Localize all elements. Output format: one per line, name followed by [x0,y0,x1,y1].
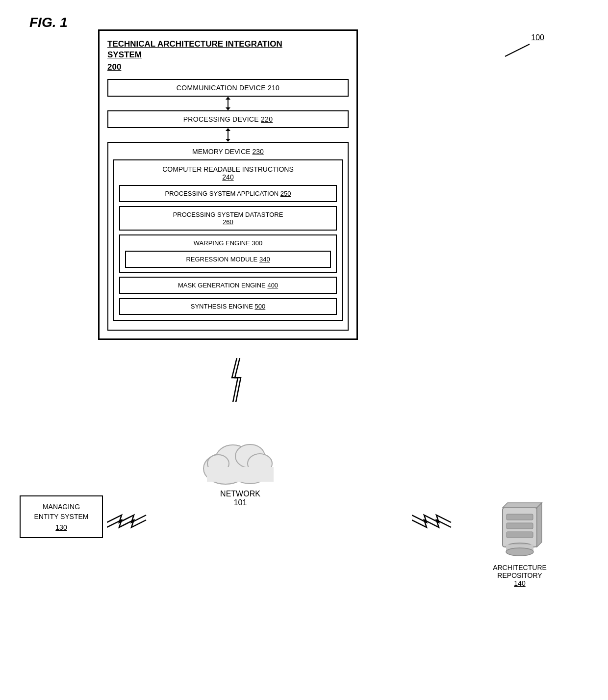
arrow-proc-mem [107,128,349,142]
processing-system-app-box: PROCESSING SYSTEM APPLICATION 250 [119,185,337,202]
ref-100-arrow [500,39,539,59]
processing-system-datastore-box: PROCESSING SYSTEM DATASTORE 260 [119,206,337,231]
svg-rect-17 [507,532,533,538]
cri-box: COMPUTER READABLE INSTRUCTIONS 240 PROCE… [113,159,343,321]
mask-generation-engine-box: MASK GENERATION ENGINE 400 [119,277,337,294]
network-cloud-container: NETWORK 101 [186,432,294,507]
comm-device-number: 210 [268,84,279,92]
arch-repo-container: ARCHITECTURE REPOSITORY 140 [471,500,569,587]
svg-rect-13 [207,467,274,482]
communication-device-box: COMMUNICATION DEVICE 210 [107,79,349,97]
svg-marker-6 [226,139,230,142]
page: FIG. 1 100 TECHNICAL ARCHITECTURE INTEGR… [0,0,608,700]
network-label: NETWORK 101 [186,490,294,507]
svg-marker-5 [226,128,230,131]
proc-device-label: PROCESSING DEVICE [183,115,259,123]
memory-device-outer: MEMORY DEVICE 230 COMPUTER READABLE INST… [107,142,349,331]
system-number: 200 [107,62,349,72]
lightning-top-icon [223,358,248,402]
arrow-comm-proc [107,97,349,110]
system-title: TECHNICAL ARCHITECTURE INTEGRATION SYSTE… [107,39,349,60]
svg-line-0 [505,44,530,56]
arch-repo-label: ARCHITECTURE REPOSITORY 140 [471,564,569,587]
svg-point-20 [506,548,533,556]
comm-device-label: COMMUNICATION DEVICE [177,84,266,92]
cloud-icon [196,432,284,486]
regression-module-box: REGRESSION MODULE 340 [125,251,331,268]
warping-engine-box: WARPING ENGINE 300 REGRESSION MODULE 340 [119,234,337,273]
server-icon [493,500,547,559]
svg-rect-15 [507,514,533,520]
memory-label: MEMORY DEVICE 230 [113,148,343,156]
svg-marker-21 [503,503,542,508]
svg-marker-22 [537,503,542,547]
synthesis-engine-box: SYNTHESIS ENGINE 500 [119,298,337,315]
lightning-left-icon [107,510,156,535]
lightning-right-icon [412,510,461,535]
proc-device-number: 220 [261,115,273,123]
processing-device-box: PROCESSING DEVICE 220 [107,110,349,128]
svg-marker-3 [226,107,230,110]
cri-label: COMPUTER READABLE INSTRUCTIONS 240 [119,165,337,181]
managing-entity-box: MANAGINGENTITY SYSTEM 130 [20,495,103,538]
figure-title: FIG. 1 [29,15,579,30]
svg-rect-16 [507,523,533,529]
main-system-box: TECHNICAL ARCHITECTURE INTEGRATION SYSTE… [98,29,358,340]
managing-entity-number: 130 [27,523,95,531]
managing-entity-label: MANAGINGENTITY SYSTEM [27,502,95,521]
svg-marker-2 [226,97,230,100]
